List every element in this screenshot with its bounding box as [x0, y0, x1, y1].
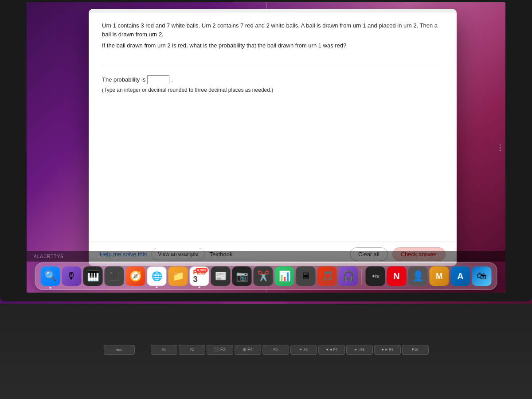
laptop-bezel: ... Urn 1 contains 3 red and 7 white bal…: [0, 0, 532, 301]
dock-item-safari[interactable]: 🧭: [126, 266, 145, 286]
f6-label: ✦ F6: [299, 348, 308, 352]
dock-item-calendar[interactable]: FEB3 6,503: [190, 266, 209, 286]
f9-label: ►► F9: [381, 348, 393, 352]
podcast-icon: 🎧: [342, 270, 354, 282]
dock-item-folder[interactable]: 📁: [168, 266, 188, 286]
dock-item-snip[interactable]: ✂️: [254, 266, 273, 286]
menu-bar-label: ALACRTTYS: [34, 254, 64, 259]
probability-label: The probability is: [102, 76, 145, 83]
dock-item-chart[interactable]: 📊: [275, 266, 294, 286]
probability-input-box[interactable]: [147, 75, 169, 84]
dock-item-camera[interactable]: 📷: [232, 266, 252, 286]
f2-label: F2: [190, 348, 194, 352]
dot-1: [500, 144, 501, 145]
f10-label: F10: [412, 348, 419, 352]
menu-bar: ALACRTTYS: [27, 251, 505, 262]
keyboard-area: esc F1 F2 ⬛ F3 ⊞ F4 F5 ✦ F6 ◄◄ F7 ►II F8…: [0, 304, 532, 399]
f2-key[interactable]: F2: [179, 345, 205, 355]
divider: [102, 64, 443, 64]
profile-icon: 👤: [412, 270, 424, 282]
dock-item-podcast[interactable]: 🎧: [339, 266, 358, 286]
piano-icon: 🎹: [87, 270, 99, 282]
problem-line1: Urn 1 contains 3 red and 7 white balls. …: [102, 21, 443, 39]
snip-icon: ✂️: [257, 270, 269, 282]
dot-2: [500, 147, 501, 148]
dock-item-monitor[interactable]: 🖥: [296, 266, 316, 286]
problem-line2: If the ball drawn from urn 2 is red, wha…: [102, 41, 443, 50]
folder-icon: 📁: [172, 270, 184, 282]
dock-item-appstore[interactable]: 🛍: [472, 266, 492, 286]
dock-item-notch[interactable]: N: [387, 266, 407, 286]
finder-icon: 🔍: [44, 270, 56, 282]
f1-key[interactable]: F1: [151, 345, 177, 355]
f4-key[interactable]: ⊞ F4: [235, 345, 261, 355]
answer-area: The probability is . (Type an integer or…: [102, 75, 443, 93]
notch-icon: N: [393, 271, 399, 282]
dock-item-siri[interactable]: 🎙: [62, 266, 82, 286]
chrome-icon: 🌐: [151, 271, 162, 282]
f1-label: F1: [162, 348, 166, 352]
monitor-icon: 🖥: [301, 270, 311, 282]
f3-label: ⬛ F3: [214, 347, 225, 352]
siri-icon: 🎙: [67, 270, 77, 282]
f7-label: ◄◄ F7: [325, 348, 337, 352]
esc-key[interactable]: esc: [104, 345, 135, 355]
fn-spacer: [136, 345, 149, 355]
f9-key[interactable]: ►► F9: [374, 345, 401, 355]
appstore-icon: 🛍: [477, 270, 487, 282]
laptop-screen: ... Urn 1 contains 3 red and 7 white bal…: [27, 2, 505, 293]
translate-icon: A: [457, 271, 463, 282]
f4-label: ⊞ F4: [243, 347, 252, 352]
dot-3: [500, 149, 501, 151]
dock-item-midi[interactable]: 🎹: [83, 266, 103, 286]
appletv-icon: ✦tv: [371, 274, 379, 279]
f5-label: F5: [274, 348, 278, 352]
dictionary-icon: M: [436, 272, 442, 281]
f7-key[interactable]: ◄◄ F7: [318, 345, 345, 355]
f8-key[interactable]: ►II F8: [346, 345, 373, 355]
launchpad-icon: ⬛: [110, 271, 119, 281]
f8-label: ►II F8: [354, 348, 365, 352]
dock-item-chrome[interactable]: 🌐: [147, 266, 167, 286]
probability-line: The probability is .: [102, 75, 443, 84]
dock-item-appletv[interactable]: ✦tv: [366, 266, 385, 286]
app-window: Urn 1 contains 3 red and 7 white balls. …: [89, 9, 457, 266]
music-icon: 🎵: [321, 270, 333, 282]
dock-item-news[interactable]: 📰: [211, 266, 231, 286]
esc-label: esc: [116, 348, 121, 352]
dock-item-translate[interactable]: A: [451, 266, 470, 286]
problem-text: Urn 1 contains 3 red and 7 white balls. …: [102, 21, 443, 53]
panel-handle: [500, 144, 501, 151]
period: .: [171, 76, 173, 83]
macos-dock: 🔍 🎙 🎹 ⬛ 🧭 🌐: [35, 262, 497, 290]
fn-key-row: esc F1 F2 ⬛ F3 ⊞ F4 F5 ✦ F6 ◄◄ F7 ►II F8…: [99, 345, 433, 355]
window-titlebar: [89, 9, 457, 12]
dock-item-finder[interactable]: 🔍: [41, 266, 60, 286]
dock-item-profile[interactable]: 👤: [408, 266, 428, 286]
calendar-badge: 6,503: [195, 268, 207, 273]
safari-icon: 🧭: [129, 270, 141, 282]
f10-key[interactable]: F10: [402, 345, 429, 355]
dock-item-music[interactable]: 🎵: [317, 266, 337, 286]
window-content: Urn 1 contains 3 red and 7 white balls. …: [89, 12, 457, 266]
news-icon: 📰: [215, 270, 227, 282]
f3-key[interactable]: ⬛ F3: [207, 345, 233, 355]
dock-item-dictionary[interactable]: M: [430, 266, 449, 286]
f5-key[interactable]: F5: [262, 345, 289, 355]
f6-key[interactable]: ✦ F6: [290, 345, 317, 355]
dock-separator: [362, 268, 362, 284]
chart-icon: 📊: [278, 270, 290, 282]
dock-item-launchpad[interactable]: ⬛: [105, 266, 124, 286]
camera-icon: 📷: [236, 270, 248, 282]
instruction-text: (Type an integer or decimal rounded to t…: [102, 87, 443, 93]
